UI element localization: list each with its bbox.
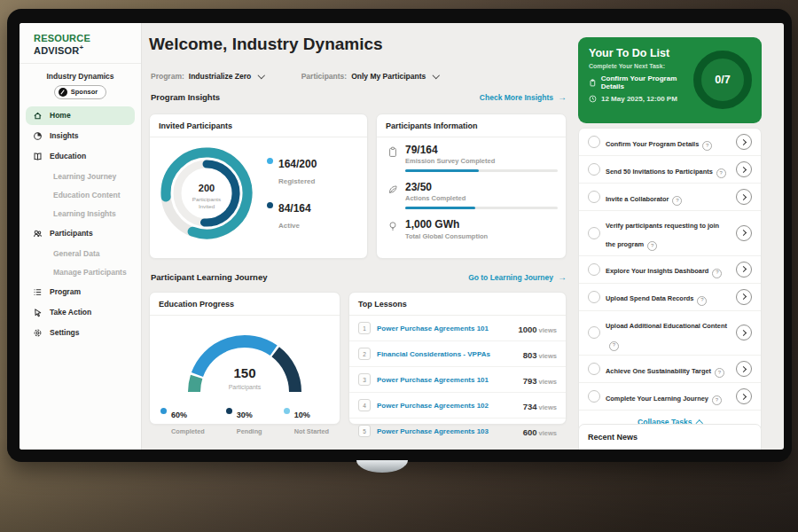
task-checkbox[interactable] — [588, 191, 600, 203]
lesson-row[interactable]: 4 Power Purchase Agreements 102 734views — [349, 393, 566, 419]
help-icon[interactable] — [716, 168, 726, 178]
task-label: Invite a Collaborator — [606, 195, 669, 203]
check-more-insights-link[interactable]: Check More Insights — [480, 92, 567, 102]
task-row-send-invitations[interactable]: Send 50 Invitations to Participants — [579, 156, 761, 184]
progress-bar-fill — [405, 169, 479, 172]
task-label: Upload Additional Educational Content — [606, 322, 727, 330]
chevron-right-icon — [740, 293, 747, 300]
task-open-button[interactable] — [736, 361, 752, 377]
chevron-right-icon — [740, 394, 747, 400]
sidebar-item-manage-participants[interactable]: Manage Participants — [26, 263, 135, 281]
task-checkbox[interactable] — [588, 227, 600, 239]
task-row-verify-participants[interactable]: Verify participants requesting to join t… — [579, 211, 761, 256]
registered-dot-icon — [267, 158, 273, 164]
insights-icon — [33, 131, 43, 141]
learning-journey-header: Participant Learning Journey Go to Learn… — [151, 272, 567, 282]
logo-text-primary: RESOURCE — [34, 33, 90, 43]
help-icon[interactable] — [702, 141, 712, 151]
task-checkbox[interactable] — [588, 136, 600, 148]
sidebar-item-learning-insights[interactable]: Learning Insights — [26, 205, 135, 223]
task-row-complete-learning-journey[interactable]: Complete Your Learning Journey — [579, 383, 761, 411]
sidebar-item-home[interactable]: Home — [26, 106, 135, 125]
help-icon[interactable] — [647, 241, 657, 251]
help-icon[interactable] — [715, 368, 724, 378]
help-icon[interactable] — [712, 269, 722, 278]
sidebar-item-insights[interactable]: Insights — [26, 127, 135, 145]
chevron-right-icon — [740, 330, 747, 336]
sponsor-badge: Sponsor — [54, 85, 106, 99]
lesson-title-link[interactable]: Power Purchase Agreements 102 — [377, 402, 517, 410]
lesson-row[interactable]: 5 Power Purchase Agreements 103 600views — [349, 419, 566, 443]
help-icon[interactable] — [609, 341, 619, 351]
task-row-upload-spend-data[interactable]: Upload Spend Data Records — [579, 284, 761, 311]
task-row-invite-collaborator[interactable]: Invite a Collaborator — [579, 184, 761, 211]
task-row-upload-educational-content[interactable]: Upload Additional Educational Content — [579, 311, 761, 356]
task-open-button[interactable] — [736, 161, 752, 177]
todo-due: 12 May 2025, 12:00 PM — [589, 95, 700, 103]
gauge-chart: 150 Participants — [169, 321, 320, 399]
lesson-title-link[interactable]: Financial Considerations - VPPAs — [377, 350, 517, 358]
help-icon[interactable] — [712, 395, 722, 405]
sidebar-item-participants[interactable]: Participants — [26, 224, 135, 243]
todo-task-list: Confirm Your Program Details Send 50 Inv… — [578, 128, 762, 434]
task-checkbox[interactable] — [588, 163, 600, 176]
lesson-title-link[interactable]: Power Purchase Agreements 101 — [377, 325, 512, 332]
gauge-center-value: 150 — [233, 365, 255, 380]
pending-value: 30% — [237, 411, 253, 419]
task-open-button[interactable] — [736, 262, 752, 278]
sidebar-item-education[interactable]: Education — [26, 147, 135, 166]
consumption-icon — [387, 221, 398, 232]
legend-item-registered: 164/200Registered — [267, 155, 317, 187]
donut-center-value: 200 — [199, 183, 215, 193]
participants-information-body: 79/164 Emission Survey Completed 23/50 A… — [377, 137, 566, 257]
gauge-segment — [194, 377, 197, 392]
sidebar-item-settings[interactable]: Settings — [26, 324, 135, 342]
invited-participants-body: 200 Participants Invited 164/200Register… — [150, 137, 367, 249]
sidebar-item-general-data[interactable]: General Data — [26, 245, 135, 262]
task-row-confirm-program[interactable]: Confirm Your Program Details — [579, 129, 761, 156]
task-checkbox[interactable] — [588, 291, 600, 303]
lesson-title-link[interactable]: Power Purchase Agreements 103 — [377, 427, 517, 435]
program-dropdown[interactable]: Program: Industrialize Zero — [151, 72, 264, 81]
sidebar-item-program[interactable]: Program — [26, 283, 135, 301]
not-started-value: 10% — [294, 411, 310, 419]
help-icon[interactable] — [672, 196, 682, 206]
task-checkbox[interactable] — [588, 390, 600, 403]
todo-next-task-label: Confirm Your Program Details — [601, 74, 700, 90]
lesson-row[interactable]: 2 Financial Considerations - VPPAs 803vi… — [349, 341, 566, 367]
stat-value: 23/50 — [405, 182, 558, 193]
legend-item-pending: 30%Pending — [226, 405, 262, 437]
sidebar-item-learning-journey[interactable]: Learning Journey — [26, 168, 135, 185]
task-open-button[interactable] — [736, 189, 752, 205]
sidebar-item-education-content[interactable]: Education Content — [26, 186, 135, 204]
task-open-button[interactable] — [736, 289, 752, 305]
task-row-explore-insights[interactable]: Explore Your Insights Dashboard — [579, 256, 761, 284]
legend-item-completed: 60%Completed — [160, 405, 205, 437]
chevron-right-icon — [740, 166, 747, 172]
donut-center-label1: Participants — [192, 196, 221, 202]
go-to-learning-journey-link[interactable]: Go to Learning Journey — [468, 272, 567, 282]
views-suffix: views — [539, 403, 557, 411]
participants-information-card: Participants Information 79/164 Emission… — [376, 113, 567, 259]
sidebar-item-take-action[interactable]: Take Action — [26, 303, 135, 322]
help-icon[interactable] — [697, 296, 707, 306]
todo-hero-card: Your To Do List Complete Your Next Task:… — [578, 37, 762, 123]
lesson-rank: 4 — [358, 399, 371, 411]
invited-participants-card: Invited Participants 200 Participants In… — [149, 113, 368, 259]
task-open-button[interactable] — [736, 134, 752, 150]
active-label: Active — [278, 222, 300, 230]
task-open-button[interactable] — [736, 325, 752, 340]
task-checkbox[interactable] — [588, 263, 600, 276]
stat-value: 79/164 — [405, 145, 558, 156]
task-open-button[interactable] — [736, 388, 752, 404]
views-suffix: views — [539, 429, 557, 437]
participants-dropdown[interactable]: Participants: Only My Participants — [301, 72, 439, 81]
lesson-title-link[interactable]: Power Purchase Agreements 101 — [377, 376, 517, 384]
lesson-row[interactable]: 1 Power Purchase Agreements 101 1000view… — [349, 316, 566, 341]
task-checkbox[interactable] — [588, 363, 600, 375]
task-open-button[interactable] — [736, 225, 752, 241]
task-checkbox[interactable] — [588, 326, 600, 339]
task-row-achieve-target[interactable]: Achieve One Sustainability Target — [579, 356, 761, 383]
chevron-down-icon — [258, 72, 265, 79]
lesson-row[interactable]: 3 Power Purchase Agreements 101 793views — [349, 367, 566, 393]
